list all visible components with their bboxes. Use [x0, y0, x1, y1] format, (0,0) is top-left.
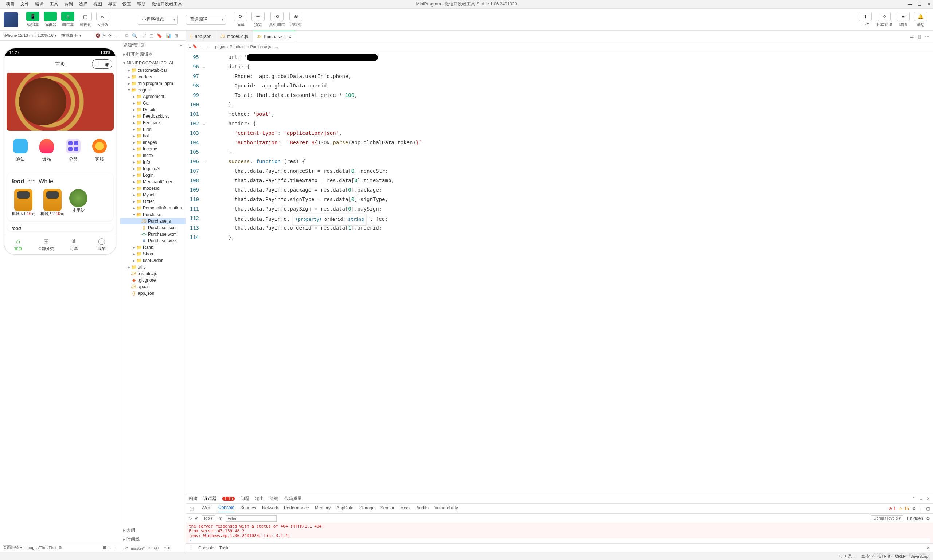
- close-icon[interactable]: ✕: [927, 2, 931, 7]
- capsule-menu-icon[interactable]: ⋯: [92, 59, 102, 69]
- more-icon[interactable]: ⋯: [925, 34, 929, 39]
- tree-node[interactable]: ▸📁loaders: [120, 74, 186, 80]
- clear-icon[interactable]: ⊘: [195, 516, 199, 521]
- hot-reload-select[interactable]: 热重载 开 ▾: [61, 33, 82, 38]
- tree-node[interactable]: ▸📁Order: [120, 198, 186, 205]
- toolbar-button[interactable]: 👁预览: [249, 11, 267, 28]
- tree-node[interactable]: {}app.json: [120, 290, 186, 297]
- tree-node[interactable]: ▸📁Car: [120, 100, 186, 106]
- warning-count[interactable]: ⚠ 0: [163, 546, 170, 551]
- devtools-secondary-tab[interactable]: AppData: [336, 505, 354, 512]
- capsule-close-icon[interactable]: ◉: [102, 59, 112, 69]
- tree-node[interactable]: ▸📁Details: [120, 106, 186, 113]
- tree-node[interactable]: ▸📁FeedbackList: [120, 113, 186, 120]
- tree-node[interactable]: ▸📁Login: [120, 172, 186, 178]
- menu-item[interactable]: 选择: [76, 2, 90, 6]
- branch-icon[interactable]: ⎇: [123, 546, 128, 551]
- toolbar-button[interactable]: ⋔调试器: [59, 11, 77, 28]
- page-path-label[interactable]: 页面路径 ▾: [3, 545, 22, 550]
- status-item[interactable]: CRLF: [895, 554, 906, 558]
- devtools-primary-tab[interactable]: 问题: [240, 495, 249, 502]
- devtools-secondary-tab[interactable]: Performance: [284, 505, 309, 512]
- nav-back-icon[interactable]: ←: [199, 45, 203, 49]
- tree-node[interactable]: ▸📁Agreement: [120, 93, 186, 100]
- tree-node[interactable]: ▸📁miniprogram_npm: [120, 80, 186, 87]
- gear-icon[interactable]: ⚙: [912, 506, 916, 511]
- tree-node[interactable]: ▸📁userOrder: [120, 257, 186, 264]
- menu-item[interactable]: 编辑: [32, 2, 47, 6]
- product-item[interactable]: 机器人2 10元: [40, 189, 64, 217]
- phone-tab[interactable]: 🗎订单: [60, 234, 88, 254]
- ext-icon[interactable]: ⊞: [175, 33, 178, 38]
- devtools-secondary-tab[interactable]: Storage: [359, 505, 375, 512]
- mode-select[interactable]: 小程序模式: [138, 15, 178, 25]
- compare-icon[interactable]: ⇄: [910, 34, 914, 39]
- dock-icon[interactable]: ▢: [926, 506, 930, 511]
- devtools-secondary-tab[interactable]: Network: [262, 505, 278, 512]
- devtools-secondary-tab[interactable]: Vulnerability: [434, 505, 458, 512]
- filter-input[interactable]: [226, 515, 277, 522]
- error-count[interactable]: ⊘ 0: [154, 546, 160, 551]
- quick-item[interactable]: 通知: [13, 139, 28, 163]
- devtools-primary-tab[interactable]: 终端: [270, 495, 279, 502]
- tree-node[interactable]: ▸📁model3d: [120, 185, 186, 192]
- banner-image[interactable]: [6, 72, 114, 131]
- gear-icon[interactable]: ⚙: [926, 516, 930, 521]
- devtools-secondary-tab[interactable]: Audits: [417, 505, 429, 512]
- mute-icon[interactable]: 🔇: [95, 33, 101, 38]
- scene-icon[interactable]: ⊞: [103, 545, 106, 550]
- menu-item[interactable]: 转到: [61, 2, 76, 6]
- toolbar-button[interactable]: 📱模拟器: [24, 11, 42, 28]
- explorer-outline[interactable]: 大纲: [120, 526, 186, 535]
- editor-tab[interactable]: JSPurchase.js×: [253, 31, 296, 42]
- breadcrumb-item[interactable]: ...: [275, 45, 278, 49]
- menu-item[interactable]: 界面: [105, 2, 120, 6]
- maximize-icon[interactable]: ☐: [917, 2, 922, 7]
- tree-node[interactable]: {}Purchase.json: [120, 225, 186, 231]
- menu-item[interactable]: 工具: [47, 2, 61, 6]
- menu-item[interactable]: 项目: [3, 2, 17, 6]
- sync-icon[interactable]: ⟳: [148, 546, 151, 551]
- chevron-up-icon[interactable]: ⌃: [912, 496, 916, 502]
- devtools-primary-tab[interactable]: 输出: [255, 495, 264, 502]
- breadcrumb-item[interactable]: Purchase.js: [250, 45, 271, 49]
- context-select[interactable]: top ▾: [202, 515, 216, 522]
- tree-node[interactable]: ▸📁Info: [120, 159, 186, 165]
- eye-icon[interactable]: 👁: [218, 516, 223, 521]
- error-badge[interactable]: ⊘ 1: [888, 506, 896, 511]
- tree-node[interactable]: #Purchase.wxss: [120, 238, 186, 244]
- home-icon[interactable]: ⌂: [108, 545, 111, 550]
- phone-tab[interactable]: ◯我的: [88, 234, 116, 254]
- tree-node[interactable]: ▾📂Purchase: [120, 211, 186, 218]
- device-select[interactable]: iPhone 12/13 mini 100% 16 ▾: [2, 33, 59, 38]
- toolbar-button[interactable]: ∞云开发: [94, 11, 111, 28]
- toolbar-button[interactable]: ≡详情: [895, 11, 912, 28]
- menu-item[interactable]: 微信开发者工具: [149, 2, 185, 6]
- toolbar-button[interactable]: ▢可视化: [77, 11, 94, 28]
- code-editor[interactable]: 9596979899100101102103104105106107108109…: [186, 51, 933, 494]
- phone-tab[interactable]: ⊞全部分类: [32, 234, 60, 254]
- more-icon[interactable]: ⋮: [919, 506, 923, 511]
- chart-icon[interactable]: 📊: [166, 33, 171, 38]
- tree-node[interactable]: ▸📁MerchantOrder: [120, 178, 186, 185]
- toolbar-button[interactable]: ⤒上传: [856, 11, 874, 28]
- close-icon[interactable]: ✕: [927, 545, 930, 551]
- hidden-count[interactable]: 1 hidden: [907, 516, 923, 521]
- quick-item[interactable]: 客服: [92, 139, 107, 163]
- tree-node[interactable]: JS.eslintrc.js: [120, 270, 186, 277]
- close-icon[interactable]: ✕: [927, 496, 930, 502]
- more-icon[interactable]: ⋯: [178, 43, 183, 48]
- rotate-icon[interactable]: ⟳: [108, 33, 111, 38]
- bookmark-icon[interactable]: 🔖: [192, 44, 197, 49]
- status-item[interactable]: 空格: 2: [861, 554, 874, 559]
- copy-icon[interactable]: ⧉: [59, 545, 62, 550]
- tree-node[interactable]: ◆.gitignore: [120, 277, 186, 283]
- tree-node[interactable]: ▸📁images: [120, 139, 186, 146]
- outline-icon[interactable]: ≡: [189, 45, 191, 49]
- tree-node[interactable]: ▾📂pages: [120, 87, 186, 93]
- status-item[interactable]: JavaScript: [911, 554, 929, 558]
- close-icon[interactable]: ×: [289, 34, 291, 39]
- editor-tab[interactable]: JSmodel3d.js: [216, 31, 253, 42]
- nav-fwd-icon[interactable]: →: [205, 45, 208, 49]
- devtools-secondary-tab[interactable]: Sensor: [380, 505, 394, 512]
